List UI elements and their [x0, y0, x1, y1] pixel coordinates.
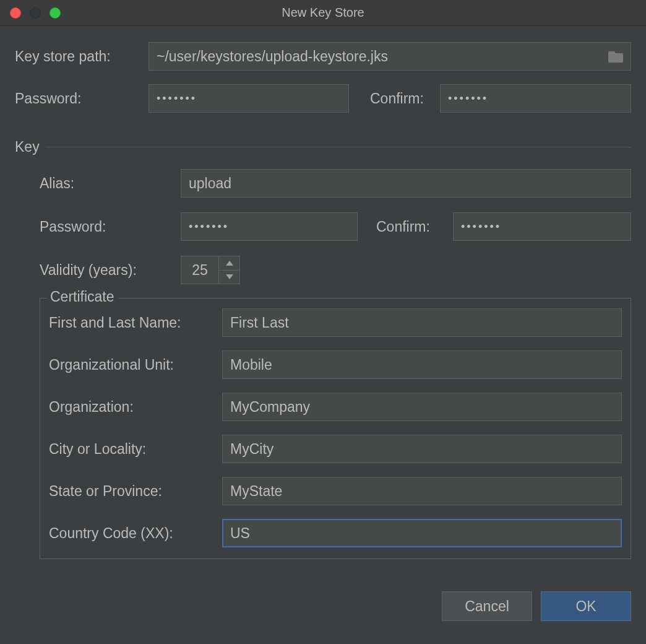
city-label: City or Locality:	[49, 441, 222, 458]
chevron-up-icon	[226, 261, 233, 266]
first-last-input[interactable]	[222, 308, 622, 337]
city-row: City or Locality:	[49, 435, 622, 463]
keystore-path-input-wrapper	[149, 42, 631, 71]
validity-decrement-button[interactable]	[219, 271, 239, 284]
keystore-confirm-input[interactable]	[440, 84, 631, 113]
alias-row: Alias:	[40, 169, 631, 198]
key-confirm-input[interactable]	[453, 212, 631, 241]
keystore-confirm-label: Confirm:	[349, 90, 440, 107]
keystore-password-input[interactable]	[149, 84, 349, 113]
keystore-password-label: Password:	[15, 90, 149, 107]
validity-row: Validity (years):	[40, 256, 631, 284]
spinner-buttons	[218, 256, 239, 284]
alias-input[interactable]	[181, 169, 631, 198]
first-last-label: First and Last Name:	[49, 315, 222, 331]
keystore-path-label: Key store path:	[15, 48, 149, 65]
first-last-row: First and Last Name:	[49, 308, 622, 337]
key-section-header: Key	[15, 139, 631, 155]
country-row: Country Code (XX):	[49, 519, 622, 547]
ok-button[interactable]: OK	[541, 591, 631, 621]
key-password-row: Password: Confirm:	[40, 212, 631, 241]
traffic-lights	[0, 7, 61, 19]
validity-increment-button[interactable]	[219, 256, 239, 271]
window-title: New Key Store	[282, 6, 364, 20]
cancel-button[interactable]: Cancel	[442, 591, 532, 621]
org-unit-row: Organizational Unit:	[49, 350, 622, 379]
org-unit-input[interactable]	[222, 350, 622, 379]
org-unit-label: Organizational Unit:	[49, 357, 222, 373]
organization-input[interactable]	[222, 393, 622, 421]
city-input[interactable]	[222, 435, 622, 463]
key-section: Alias: Password: Confirm: Validity (year…	[15, 169, 631, 284]
keystore-path-row: Key store path:	[15, 42, 631, 71]
key-password-label: Password:	[40, 219, 181, 235]
certificate-fieldset: Certificate First and Last Name: Organiz…	[40, 298, 631, 559]
chevron-down-icon	[226, 274, 233, 279]
key-confirm-label: Confirm:	[358, 219, 453, 235]
certificate-legend: Certificate	[46, 289, 118, 305]
validity-label: Validity (years):	[40, 262, 181, 279]
validity-input[interactable]	[181, 256, 218, 284]
validity-spinner	[181, 256, 240, 284]
dialog-buttons: Cancel OK	[15, 591, 631, 621]
window-titlebar: New Key Store	[0, 0, 646, 26]
maximize-window-button[interactable]	[50, 7, 61, 19]
keystore-path-input[interactable]	[149, 43, 601, 70]
key-password-input[interactable]	[181, 212, 358, 241]
organization-row: Organization:	[49, 393, 622, 421]
close-window-button[interactable]	[10, 7, 21, 19]
browse-folder-icon[interactable]	[601, 50, 631, 63]
state-input[interactable]	[222, 477, 622, 505]
section-divider	[46, 147, 631, 147]
country-input[interactable]	[222, 519, 622, 547]
alias-label: Alias:	[40, 175, 181, 192]
organization-label: Organization:	[49, 399, 222, 416]
state-label: State or Province:	[49, 483, 222, 500]
minimize-window-button	[30, 7, 41, 19]
keystore-password-row: Password: Confirm:	[15, 84, 631, 113]
key-section-label: Key	[15, 139, 40, 155]
country-label: Country Code (XX):	[49, 525, 222, 542]
state-row: State or Province:	[49, 477, 622, 505]
